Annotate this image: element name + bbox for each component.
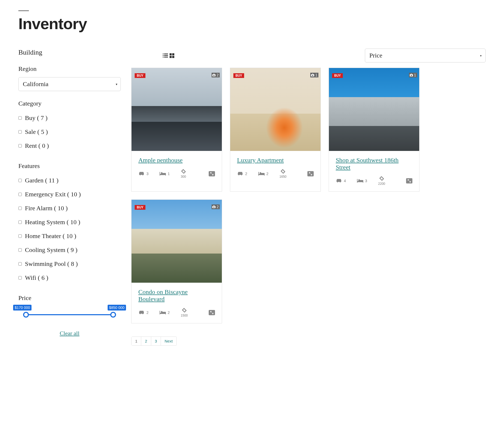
region-label: Region (18, 65, 121, 72)
svg-rect-4 (163, 57, 164, 57)
photo-count-badge: 1 (310, 73, 318, 77)
photo-count: 1 (315, 73, 317, 77)
slider-handle-min[interactable] (23, 312, 29, 318)
listing-image[interactable]: BUY 2 (132, 200, 222, 283)
svg-rect-7 (172, 53, 174, 55)
stat-area-value: 1650 (280, 175, 287, 178)
feature-item[interactable]: Swimming Pool ( 8 ) (18, 258, 121, 272)
stat-area: 300 (181, 169, 186, 178)
area-icon (379, 176, 384, 181)
grid-view-icon[interactable] (170, 53, 174, 58)
camera-icon (311, 74, 314, 77)
listing-title-link[interactable]: Condo on Biscayne Boulevard (138, 288, 215, 303)
expand-button[interactable] (406, 178, 412, 183)
photo-count-badge: 2 (212, 73, 220, 77)
region-section: Region California (18, 65, 121, 91)
stat-cars-value: 3 (146, 172, 149, 176)
stat-cars: 2 (237, 172, 247, 176)
feature-item[interactable]: Heating System ( 10 ) (18, 216, 121, 230)
listing-image[interactable]: BUY 1 (329, 68, 419, 151)
camera-icon (212, 74, 216, 77)
feature-checkbox[interactable] (18, 193, 22, 196)
listing-stats: 3 1 300 (138, 169, 215, 178)
stat-beds-value: 3 (365, 179, 367, 183)
feature-item[interactable]: Cooling System ( 9 ) (18, 244, 121, 258)
page-header: Inventory (18, 10, 486, 33)
listing-card: BUY 1 Luxury Apartment 2 2 1650 (230, 68, 321, 192)
features-label: Features (18, 162, 121, 170)
listing-grid: BUY 2 Ample penthouse 3 (131, 68, 486, 323)
page-next[interactable]: Next (161, 337, 176, 345)
expand-button[interactable] (209, 310, 215, 315)
feature-item[interactable]: Garden ( 11 ) (18, 174, 121, 188)
listing-image[interactable]: BUY 1 (230, 68, 321, 151)
stat-area: 1500 (181, 308, 188, 317)
category-item-label: Rent ( 0 ) (25, 142, 49, 149)
category-checkbox[interactable] (18, 130, 22, 134)
slider-handle-max[interactable] (110, 312, 116, 318)
category-item[interactable]: Rent ( 0 ) (18, 140, 121, 154)
feature-checkbox[interactable] (18, 234, 22, 238)
feature-item-label: Fire Alarm ( 10 ) (25, 205, 68, 212)
stat-area-value: 300 (181, 175, 186, 178)
pagination: 1 2 3 Next (131, 336, 177, 346)
area-icon (182, 308, 187, 313)
feature-checkbox[interactable] (18, 276, 22, 280)
category-item[interactable]: Sale ( 5 ) (18, 126, 121, 140)
price-slider[interactable]: $170 000 $850 000 (18, 306, 121, 322)
feature-checkbox[interactable] (18, 262, 22, 266)
page-1[interactable]: 1 (132, 337, 141, 345)
feature-item-label: Cooling System ( 9 ) (25, 246, 77, 254)
listing-title-link[interactable]: Luxury Apartment (237, 157, 284, 164)
car-icon (237, 172, 243, 176)
title-rule (18, 10, 29, 11)
stat-cars: 2 (138, 311, 149, 315)
category-list: Buy ( 7 ) Sale ( 5 ) Rent ( 0 ) (18, 112, 121, 154)
feature-item[interactable]: Home Theater ( 10 ) (18, 230, 121, 244)
stat-beds: 3 (357, 179, 367, 183)
listing-stats: 4 3 2200 (336, 176, 412, 186)
category-item[interactable]: Buy ( 7 ) (18, 112, 121, 126)
status-badge: BUY (135, 205, 145, 210)
listing-title-link[interactable]: Shop at Southwest 186th Street (336, 157, 412, 171)
feature-checkbox[interactable] (18, 179, 22, 182)
status-badge: BUY (135, 73, 145, 78)
price-max-label: $850 000 (108, 305, 126, 311)
region-selected-value: California (23, 81, 48, 87)
category-checkbox[interactable] (18, 144, 22, 148)
feature-checkbox[interactable] (18, 207, 22, 210)
feature-item-label: Swimming Pool ( 8 ) (25, 260, 78, 267)
price-label: Price (18, 294, 121, 302)
status-badge: BUY (332, 73, 343, 78)
svg-rect-3 (164, 55, 168, 56)
feature-item[interactable]: Emergency Exit ( 10 ) (18, 188, 121, 202)
svg-point-11 (312, 75, 313, 76)
view-toggle (163, 53, 174, 58)
category-section: Category Buy ( 7 ) Sale ( 5 ) Rent ( 0 ) (18, 100, 121, 154)
listing-stats: 2 2 1500 (138, 308, 215, 317)
listing-title-link[interactable]: Ample penthouse (138, 157, 183, 164)
status-badge: BUY (233, 73, 244, 78)
bed-icon (258, 172, 265, 176)
listing-card: BUY 2 Ample penthouse 3 (131, 68, 222, 192)
feature-item-label: Heating System ( 10 ) (25, 219, 80, 226)
category-checkbox[interactable] (18, 116, 22, 120)
expand-icon (210, 172, 213, 175)
region-select[interactable]: California (18, 77, 121, 91)
feature-checkbox[interactable] (18, 248, 22, 252)
clear-all-link[interactable]: Clear all (18, 330, 121, 337)
feature-checkbox[interactable] (18, 220, 22, 224)
price-min-label: $170 000 (13, 305, 32, 311)
feature-item[interactable]: Wifi ( 6 ) (18, 272, 121, 286)
page-3[interactable]: 3 (151, 337, 161, 345)
camera-icon (212, 206, 216, 208)
feature-item[interactable]: Fire Alarm ( 10 ) (18, 202, 121, 216)
expand-icon (210, 311, 213, 314)
expand-button[interactable] (209, 171, 215, 176)
sort-select[interactable]: Price (365, 49, 486, 62)
expand-button[interactable] (307, 171, 314, 176)
listing-card-body: Shop at Southwest 186th Street 4 3 2200 (329, 151, 419, 191)
page-2[interactable]: 2 (141, 337, 151, 345)
listing-image[interactable]: BUY 2 (132, 68, 222, 151)
list-view-icon[interactable] (163, 53, 168, 58)
